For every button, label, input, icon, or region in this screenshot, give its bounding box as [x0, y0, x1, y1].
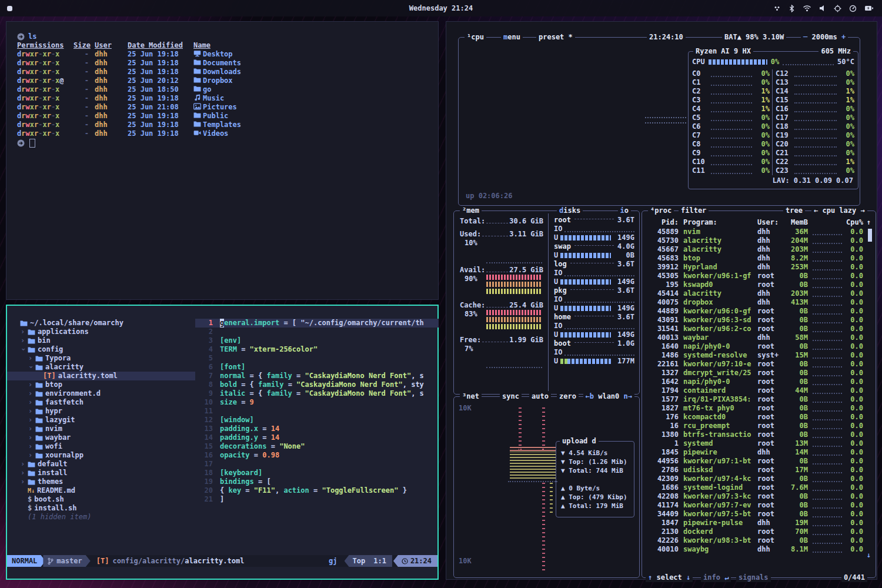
process-row[interactable]: 1827mt76-tx phy0root0B0.0: [647, 404, 867, 413]
tree-item-alacritty-toml[interactable]: [T]alacritty.toml: [7, 372, 195, 380]
col-pid[interactable]: Pid:: [647, 218, 679, 227]
tree-item-config[interactable]: ›config: [7, 345, 195, 354]
process-row[interactable]: 22161kworker/u97:10-eroot0B0.0: [647, 360, 867, 369]
col-memb[interactable]: MemB: [783, 218, 808, 227]
proc-scrollbar[interactable]: [868, 229, 872, 242]
nvim-window[interactable]: ~/.local/share/omarchy›applications›bin›…: [6, 305, 439, 580]
file-name[interactable]: Public: [193, 112, 228, 121]
prompt-line-empty[interactable]: [17, 139, 438, 148]
proc-footer-select[interactable]: ↑ select ↓: [646, 573, 693, 582]
process-row[interactable]: 42208kworker/u97:3-kcroot0B0.0: [647, 492, 867, 501]
process-row[interactable]: 45667alacrittydhh203M0.0: [647, 245, 867, 254]
process-row[interactable]: 1577irq/81-PIXA3854:root0B0.0: [647, 395, 867, 404]
net-zero-button[interactable]: zero: [557, 392, 579, 401]
tree-item-xournalpp[interactable]: ›xournalpp: [7, 451, 195, 460]
tree-item-nvim[interactable]: ›nvim: [7, 425, 195, 433]
tree-item-boot-sh[interactable]: $boot.sh: [7, 495, 195, 504]
process-row[interactable]: 195kswapd0root0B0.0: [647, 280, 867, 289]
tab-net[interactable]: ³net: [460, 392, 482, 401]
file-name[interactable]: Desktop: [193, 50, 233, 59]
file-name[interactable]: Dropbox: [193, 76, 233, 85]
file-name[interactable]: Music: [193, 94, 224, 103]
tree-item-applications[interactable]: ›applications: [7, 328, 195, 336]
process-row[interactable]: 1642napi/phy0-0root0B0.0: [647, 377, 867, 386]
process-row[interactable]: 44889kworker/u96:0-gfroot0B0.0: [647, 307, 867, 316]
process-row[interactable]: 39912Hyprlanddhh253M0.0: [647, 263, 867, 272]
tree-item--1-hidden-item-[interactable]: (1 hidden item): [7, 513, 195, 522]
tree-item-default[interactable]: ›default: [7, 460, 195, 469]
process-row[interactable]: 45414alacrittydhh203M0.0: [647, 289, 867, 298]
file-name[interactable]: Downloads: [193, 68, 241, 76]
file-name[interactable]: Templates: [193, 121, 241, 129]
process-row[interactable]: 45305kworker/u96:1-gfroot0B0.0: [647, 272, 867, 280]
tab-proc[interactable]: ⁴proc: [648, 206, 674, 215]
tree-item-wofi[interactable]: ›wofi: [7, 442, 195, 451]
tree-item-lazygit[interactable]: ›lazygit: [7, 416, 195, 425]
process-row[interactable]: 42226kworker/u98:3-btroot0B0.0: [647, 536, 867, 545]
process-row[interactable]: 42309kworker/u97:4-kcroot0B0.0: [647, 475, 867, 483]
process-row[interactable]: 1380btrfs-transactioroot0B0.0: [647, 430, 867, 439]
process-row[interactable]: 1systemdroot13M0.0: [647, 439, 867, 448]
process-row[interactable]: 44956kworker/u97:1-btroot0B0.0: [647, 457, 867, 466]
file-name[interactable]: Videos: [193, 129, 228, 138]
process-row[interactable]: 45889nvimdhh36M0.0: [647, 228, 867, 236]
tree-item-readme-md[interactable]: M↓README.md: [7, 486, 195, 495]
col-cpu[interactable]: Cpu%: [846, 218, 863, 227]
proc-sort-selector[interactable]: ← cpu lazy →: [811, 206, 867, 215]
interval-plus[interactable]: +: [841, 33, 846, 41]
process-row[interactable]: 1327dmcrypt_write/25root0B0.0: [647, 369, 867, 377]
process-row[interactable]: 1845pipewiredhh14M0.0: [647, 448, 867, 457]
file-name[interactable]: go: [193, 85, 211, 94]
process-row[interactable]: 40075dropboxdhh413M0.0: [647, 298, 867, 307]
tree-item-fastfetch[interactable]: ›fastfetch: [7, 398, 195, 407]
net-sync-button[interactable]: sync: [500, 392, 522, 401]
tree-item-install[interactable]: ›install: [7, 469, 195, 477]
preset-button[interactable]: preset *: [536, 33, 575, 42]
process-row[interactable]: 1686systemd-logindroot7.6M0.0: [647, 483, 867, 492]
menu-button[interactable]: menu: [501, 33, 523, 42]
col-user[interactable]: User:: [757, 218, 783, 227]
proc-footer-info[interactable]: info ↵: [701, 573, 731, 582]
interval-minus[interactable]: ─: [803, 33, 807, 41]
proc-footer-signals[interactable]: signals: [736, 573, 771, 582]
tree-item-waybar[interactable]: ›waybar: [7, 433, 195, 442]
io-title[interactable]: io: [618, 206, 631, 215]
btop-window[interactable]: ¹cpu menu preset * 21:24:10 BAT▲ 98% 3.1…: [446, 21, 877, 580]
process-row[interactable]: 1486systemd-resolvesyst+15M0.0: [647, 351, 867, 360]
proc-tree-button[interactable]: tree: [783, 206, 805, 215]
tree-item-themes[interactable]: ›themes: [7, 477, 195, 486]
process-row[interactable]: 45683btopdhh8.2M0.0: [647, 254, 867, 263]
refresh-interval[interactable]: ─ 2000ms +: [801, 33, 848, 42]
git-branch[interactable]: master: [43, 555, 90, 567]
file-name[interactable]: Pictures: [193, 103, 237, 112]
tree-item-install-sh[interactable]: $install.sh: [7, 504, 195, 513]
process-row[interactable]: 34409kworker/u97:5-btroot0B0.0: [647, 510, 867, 519]
editor-buffer[interactable]: 1general.import = [ "~/.config/omarchy/c…: [195, 306, 439, 566]
tree-item-bin[interactable]: ›bin: [7, 336, 195, 345]
tree-item-alacritty[interactable]: ›alacritty: [7, 363, 195, 372]
tree-item--local-share-omarchy[interactable]: ~/.local/share/omarchy: [7, 319, 195, 328]
process-row[interactable]: 2786udisksdroot17M0.0: [647, 466, 867, 475]
tree-item-environment-d[interactable]: ›environment.d: [7, 389, 195, 398]
process-row[interactable]: 40010swaybgdhh8.1M0.0: [647, 545, 867, 554]
tab-cpu[interactable]: ¹cpu: [465, 33, 486, 42]
disks-title[interactable]: disks: [557, 206, 583, 215]
tree-item-typora[interactable]: ›Typora: [7, 354, 195, 363]
process-row[interactable]: 43091kworker/u96:3-sdroot0B0.0: [647, 316, 867, 325]
process-row[interactable]: 176kcompactd0root0B0.0: [647, 413, 867, 422]
col-program[interactable]: Program:: [679, 218, 757, 227]
scroll-down-arrow[interactable]: ↓: [867, 551, 871, 560]
process-row[interactable]: 31541kworker/u96:2-coroot0B0.0: [647, 325, 867, 333]
proc-filter-button[interactable]: filter: [679, 206, 709, 215]
process-row[interactable]: 1847pipewire-pulsedhh19M0.0: [647, 519, 867, 527]
process-row[interactable]: 40013waybardhh58M0.0: [647, 333, 867, 342]
process-row[interactable]: 1794containerdroot44M0.0: [647, 386, 867, 395]
net-interface-switch[interactable]: ←b wlan0 n→: [583, 392, 635, 401]
terminal-window[interactable]: ls Permissions Size User Date Modified N…: [6, 21, 439, 300]
file-name[interactable]: Documents: [193, 59, 241, 68]
process-row[interactable]: 2130dockerdroot70M0.0: [647, 527, 867, 536]
process-row[interactable]: 16rcu_preemptroot0B0.0: [647, 422, 867, 430]
tree-item-btop[interactable]: ›btop: [7, 380, 195, 389]
process-row[interactable]: 1640napi/phy0-0root0B0.0: [647, 342, 867, 351]
process-row[interactable]: 41174kworker/u97:7-evroot0B0.0: [647, 501, 867, 510]
